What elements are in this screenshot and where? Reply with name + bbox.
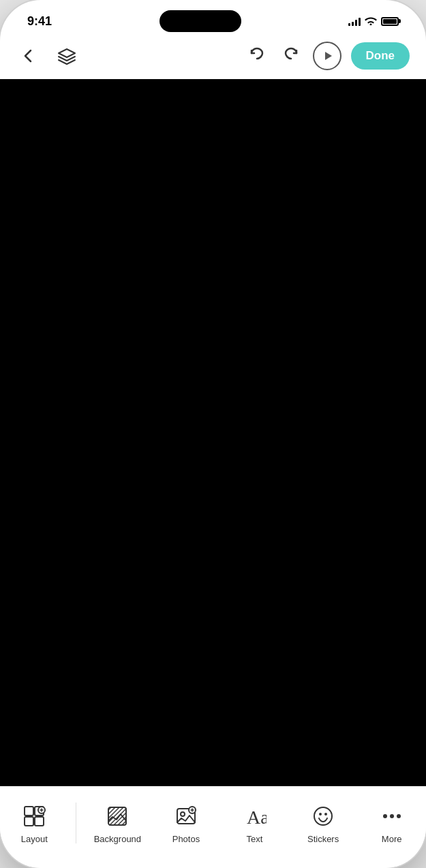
- stickers-label: Stickers: [307, 834, 339, 844]
- text-label: Text: [247, 834, 263, 844]
- status-bar: 9:41: [0, 0, 426, 35]
- tool-more[interactable]: More: [365, 803, 419, 844]
- svg-marker-1: [325, 52, 332, 60]
- svg-line-17: [118, 817, 126, 825]
- signal-icon: [348, 16, 361, 26]
- redo-button[interactable]: [279, 44, 303, 68]
- stickers-icon: [309, 803, 337, 830]
- status-time: 9:41: [27, 14, 52, 29]
- photos-icon: [172, 803, 200, 830]
- bottom-toolbar: Layout B: [0, 786, 426, 868]
- svg-rect-4: [25, 817, 33, 826]
- layout-label: Layout: [21, 834, 48, 844]
- battery-icon: [381, 17, 399, 26]
- svg-point-26: [319, 813, 322, 815]
- tool-photos[interactable]: Photos: [159, 803, 213, 844]
- svg-point-27: [324, 813, 327, 815]
- canvas-area: [0, 79, 426, 786]
- status-icons: [348, 16, 399, 27]
- svg-rect-5: [35, 817, 44, 826]
- tool-background[interactable]: Background: [90, 803, 144, 844]
- background-label: Background: [94, 834, 141, 844]
- photos-label: Photos: [172, 834, 200, 844]
- wifi-icon: [365, 16, 377, 27]
- text-icon: Aa: [241, 803, 269, 830]
- svg-marker-0: [59, 49, 75, 57]
- svg-point-20: [181, 812, 185, 816]
- svg-rect-2: [25, 807, 33, 815]
- svg-text:Aa: Aa: [247, 807, 267, 828]
- layers-button[interactable]: [55, 44, 79, 68]
- background-icon: [104, 803, 131, 830]
- dynamic-island: [159, 10, 241, 32]
- tool-stickers[interactable]: Stickers: [296, 803, 350, 844]
- layout-icon: [20, 803, 48, 830]
- play-button[interactable]: [313, 42, 341, 70]
- back-button[interactable]: [16, 44, 41, 68]
- svg-point-25: [314, 807, 332, 825]
- done-button[interactable]: Done: [351, 42, 410, 70]
- tool-text[interactable]: Aa Text: [228, 803, 282, 844]
- phone-frame: 9:41: [0, 0, 426, 868]
- more-label: More: [382, 834, 402, 844]
- more-icon: [378, 803, 406, 830]
- divider-1: [76, 803, 76, 843]
- toolbar: Done: [0, 35, 426, 79]
- undo-button[interactable]: [245, 44, 269, 68]
- tool-layout[interactable]: Layout: [7, 803, 61, 844]
